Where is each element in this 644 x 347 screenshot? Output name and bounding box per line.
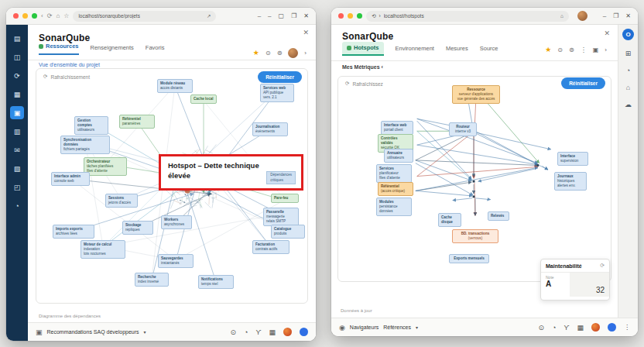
- tab-mesures[interactable]: Mesures: [446, 45, 468, 56]
- graph-node[interactable]: Interface webportail client: [381, 121, 413, 135]
- issues-icon[interactable]: ▥: [10, 125, 24, 138]
- extension-icon[interactable]: ▣: [593, 47, 599, 53]
- profile-avatar[interactable]: [283, 328, 292, 336]
- home-icon[interactable]: ⌂: [626, 84, 630, 91]
- address-bar[interactable]: ⟲ › localhost/hotspots ⌂: [366, 11, 569, 22]
- fork-icon[interactable]: ϒ: [256, 328, 262, 336]
- caret-down-icon[interactable]: ▾: [416, 325, 418, 330]
- back-icon[interactable]: ‹: [41, 13, 43, 19]
- code-icon[interactable]: ▣: [10, 106, 24, 119]
- refresh-icon[interactable]: ⟳: [600, 263, 605, 269]
- projects-icon[interactable]: ▤: [10, 32, 24, 45]
- notifications-icon[interactable]: ⊚: [569, 47, 574, 53]
- graph-node[interactable]: Orchestrateurtâches planifiéesfiles d'at…: [84, 157, 127, 176]
- fork-icon[interactable]: ϒ: [564, 324, 570, 332]
- rules-icon[interactable]: ▧: [10, 162, 24, 175]
- notifications-icon[interactable]: ⊚: [277, 50, 283, 57]
- graph-node[interactable]: Sauvegardesinstantanés: [158, 254, 194, 268]
- messages-icon[interactable]: ✉: [10, 143, 24, 156]
- measures-icon[interactable]: ▦: [10, 88, 24, 101]
- graph-node[interactable]: Routeurinterne v3: [449, 122, 477, 136]
- graph-node[interactable]: Exports mensuels: [449, 254, 489, 263]
- graph-node[interactable]: Cache local: [190, 94, 217, 104]
- chat-icon[interactable]: ◔: [552, 324, 556, 332]
- graph-node[interactable]: Référentiel(accès critique): [378, 182, 413, 196]
- close-button[interactable]: ✕: [303, 13, 309, 19]
- contact-icon[interactable]: ⊞: [625, 50, 632, 57]
- footer-label[interactable]: Recommandations SAQ développeurs: [47, 329, 139, 335]
- restore-button[interactable]: ❐: [291, 13, 296, 19]
- graph-node[interactable]: Référentielparamètres: [119, 115, 155, 129]
- cloud-icon[interactable]: ☁: [625, 101, 632, 108]
- graph-node[interactable]: Passerellemessagerierelais SMTP: [263, 208, 299, 226]
- home-icon[interactable]: ⌂: [56, 13, 60, 19]
- maximize-button[interactable]: ▢: [279, 13, 285, 19]
- graph-node[interactable]: Annuaireutilisateurs: [384, 149, 413, 163]
- traffic-minimize-button[interactable]: [22, 13, 28, 19]
- kebab-menu-icon[interactable]: ⋮: [624, 324, 630, 331]
- star-icon[interactable]: ★: [545, 46, 551, 53]
- graph-node[interactable]: Interfacesupervision: [557, 152, 588, 166]
- traffic-close-button[interactable]: [338, 13, 344, 19]
- graph-node[interactable]: Sessionsjetons d'accès: [105, 194, 138, 208]
- graph-node[interactable]: Modulespersistancedonnées: [376, 198, 412, 216]
- refresh-control[interactable]: ⟳ Rafraîchissement: [43, 74, 90, 80]
- graph-node[interactable]: Services webAPI publiquevers. 2.1: [260, 84, 294, 102]
- graph-node[interactable]: Moteur de calculindexationlots nocturnes: [80, 240, 125, 259]
- chevron-right-icon[interactable]: ›: [605, 47, 607, 53]
- share-icon[interactable]: ↗: [207, 13, 211, 19]
- search-icon[interactable]: ⊙: [231, 328, 237, 336]
- page-close-icon[interactable]: ✕: [604, 29, 610, 37]
- user-avatar[interactable]: [288, 48, 298, 58]
- tab-source[interactable]: Source: [480, 45, 498, 56]
- tab-environnement[interactable]: Environnement: [396, 45, 434, 56]
- graph-node[interactable]: Catalogueproduits: [271, 225, 305, 239]
- graph-node[interactable]: Module réseauaccès distants: [157, 79, 193, 93]
- breadcrumb[interactable]: Vue d'ensemble du projet: [39, 62, 100, 67]
- activity-icon[interactable]: ⟳: [10, 69, 24, 82]
- history-icon[interactable]: ◔: [626, 67, 630, 74]
- account-avatar[interactable]: O: [622, 29, 634, 40]
- lock-icon[interactable]: ◉: [339, 324, 345, 332]
- traffic-minimize-button[interactable]: [348, 13, 353, 19]
- address-bar[interactable]: localhost/sonarqube/projets ↗: [73, 11, 216, 22]
- graph-node[interactable]: Servicesplanificateurfiles d'attente: [376, 164, 412, 183]
- apps-grid-icon[interactable]: ▦: [269, 328, 276, 336]
- refresh-control[interactable]: ⟳ Rafraîchissez: [345, 81, 383, 87]
- graph-node[interactable]: Journalisationévénements: [252, 122, 288, 136]
- graph-node[interactable]: Notificationstemps réel: [198, 275, 234, 289]
- profile-avatar[interactable]: [591, 323, 600, 332]
- kebab-menu-icon[interactable]: ⋮: [581, 47, 587, 53]
- traffic-close-button[interactable]: [13, 13, 19, 19]
- graph-node[interactable]: Relevés: [488, 211, 509, 221]
- star-icon[interactable]: ★: [253, 50, 259, 57]
- restore-button[interactable]: ❐: [613, 13, 618, 19]
- graph-node[interactable]: Pare-feu: [271, 194, 299, 203]
- search-icon[interactable]: ⊙: [539, 324, 545, 332]
- close-button[interactable]: ✕: [625, 13, 631, 19]
- tab-renseignements[interactable]: Renseignements: [91, 44, 134, 55]
- graph-node[interactable]: Workersasynchrones: [161, 215, 192, 229]
- tab-hotspots[interactable]: Hotspots: [342, 42, 384, 56]
- graph-node[interactable]: BD. transactions(verrous): [452, 229, 498, 243]
- home-icon[interactable]: ⌂: [560, 13, 564, 19]
- reload-icon[interactable]: ⟳: [47, 13, 53, 19]
- reset-button[interactable]: Réinitialiser: [258, 71, 302, 83]
- back-chevron-icon[interactable]: ‹: [382, 64, 383, 70]
- minimize-button[interactable]: –: [603, 13, 606, 19]
- extension-icon[interactable]: ▣: [36, 328, 43, 336]
- graph-node[interactable]: Interface adminconsole web: [51, 172, 90, 186]
- browser-profile-avatar[interactable]: [577, 11, 587, 21]
- graph-node[interactable]: Journauxhistoriquesalertes env.: [554, 172, 587, 191]
- graph-node[interactable]: Ressourceserveur d'applicationsvue génér…: [452, 85, 500, 104]
- graph-node[interactable]: Gestion comptesutilisateurs: [74, 116, 108, 135]
- reload-icon[interactable]: ⟲: [372, 13, 375, 19]
- help-icon[interactable]: ⊙: [557, 47, 563, 53]
- graph-node[interactable]: Rechercheindex inversé: [135, 273, 169, 287]
- traffic-zoom-button[interactable]: [32, 13, 37, 19]
- portfolios-icon[interactable]: ◫: [10, 50, 24, 64]
- chevron-right-icon[interactable]: ›: [304, 50, 307, 57]
- breadcrumb[interactable]: Mes Métriques ‹: [342, 64, 383, 70]
- minimize-alt-button[interactable]: –: [268, 13, 271, 19]
- browser-avatar[interactable]: [300, 328, 308, 336]
